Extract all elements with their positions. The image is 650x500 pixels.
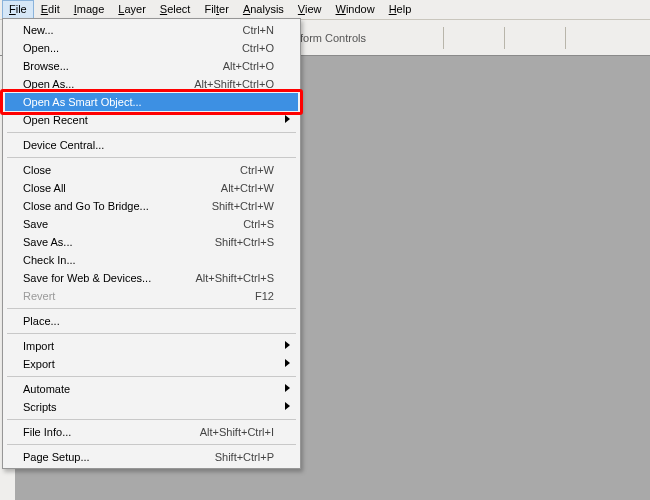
menu-item-shortcut: F12 xyxy=(255,290,274,302)
menu-item-place[interactable]: Place... xyxy=(5,312,298,330)
menu-separator xyxy=(7,444,296,445)
menu-item-label: Automate xyxy=(23,383,274,395)
options-label-fragment: form Controls xyxy=(300,32,366,44)
menu-item-label: Open... xyxy=(23,42,242,54)
menu-separator xyxy=(7,333,296,334)
menu-item-open-as[interactable]: Open As...Alt+Shift+Ctrl+O xyxy=(5,75,298,93)
menu-window[interactable]: Window xyxy=(329,0,382,19)
menu-item-scripts[interactable]: Scripts xyxy=(5,398,298,416)
menu-item-check-in[interactable]: Check In... xyxy=(5,251,298,269)
menubar: FileEditImageLayerSelectFilterAnalysisVi… xyxy=(0,0,650,20)
menu-file[interactable]: File xyxy=(2,0,34,20)
menu-item-label: Revert xyxy=(23,290,255,302)
menu-separator xyxy=(7,157,296,158)
menu-filter[interactable]: Filter xyxy=(197,0,235,19)
separator xyxy=(443,27,444,49)
separator xyxy=(565,27,566,49)
menu-separator xyxy=(7,419,296,420)
menu-item-export[interactable]: Export xyxy=(5,355,298,373)
separator xyxy=(504,27,505,49)
submenu-arrow-icon xyxy=(285,115,290,123)
menu-item-label: Page Setup... xyxy=(23,451,215,463)
menu-item-label: Place... xyxy=(23,315,274,327)
menu-item-shortcut: Alt+Shift+Ctrl+S xyxy=(195,272,274,284)
menu-select[interactable]: Select xyxy=(153,0,198,19)
menu-item-save-as[interactable]: Save As...Shift+Ctrl+S xyxy=(5,233,298,251)
menu-separator xyxy=(7,308,296,309)
menu-item-label: Save As... xyxy=(23,236,215,248)
menu-item-close-and-go-to-bridge[interactable]: Close and Go To Bridge...Shift+Ctrl+W xyxy=(5,197,298,215)
align-icon[interactable] xyxy=(598,28,618,48)
menu-item-label: Open As... xyxy=(23,78,194,90)
align-icon[interactable] xyxy=(476,28,496,48)
menu-item-shortcut: Ctrl+S xyxy=(243,218,274,230)
menu-separator xyxy=(7,132,296,133)
menu-item-shortcut: Shift+Ctrl+P xyxy=(215,451,274,463)
menu-item-label: New... xyxy=(23,24,243,36)
menu-item-page-setup[interactable]: Page Setup...Shift+Ctrl+P xyxy=(5,448,298,466)
align-icon[interactable] xyxy=(537,28,557,48)
menu-edit[interactable]: Edit xyxy=(34,0,67,19)
menu-item-label: File Info... xyxy=(23,426,200,438)
menu-item-shortcut: Ctrl+W xyxy=(240,164,274,176)
menu-view[interactable]: View xyxy=(291,0,329,19)
align-icon[interactable] xyxy=(415,28,435,48)
menu-item-label: Browse... xyxy=(23,60,223,72)
menu-item-label: Save xyxy=(23,218,243,230)
menu-item-shortcut: Shift+Ctrl+S xyxy=(215,236,274,248)
menu-item-open-as-smart-object[interactable]: Open As Smart Object... xyxy=(5,93,298,111)
menu-item-save[interactable]: SaveCtrl+S xyxy=(5,215,298,233)
menu-item-label: Close All xyxy=(23,182,221,194)
menu-help[interactable]: Help xyxy=(382,0,419,19)
menu-item-automate[interactable]: Automate xyxy=(5,380,298,398)
menu-item-label: Scripts xyxy=(23,401,274,413)
submenu-arrow-icon xyxy=(285,359,290,367)
submenu-arrow-icon xyxy=(285,341,290,349)
file-menu-dropdown: New...Ctrl+NOpen...Ctrl+OBrowse...Alt+Ct… xyxy=(2,18,301,469)
menu-item-label: Close and Go To Bridge... xyxy=(23,200,212,212)
menu-item-label: Save for Web & Devices... xyxy=(23,272,195,284)
menu-item-label: Open As Smart Object... xyxy=(23,96,274,108)
menu-item-label: Export xyxy=(23,358,274,370)
menu-item-close-all[interactable]: Close AllAlt+Ctrl+W xyxy=(5,179,298,197)
menu-item-import[interactable]: Import xyxy=(5,337,298,355)
menu-item-label: Open Recent xyxy=(23,114,274,126)
menu-item-revert: RevertF12 xyxy=(5,287,298,305)
menu-item-shortcut: Alt+Shift+Ctrl+O xyxy=(194,78,274,90)
menu-layer[interactable]: Layer xyxy=(111,0,153,19)
align-icon[interactable] xyxy=(391,28,411,48)
menu-item-open-recent[interactable]: Open Recent xyxy=(5,111,298,129)
menu-item-device-central[interactable]: Device Central... xyxy=(5,136,298,154)
menu-analysis[interactable]: Analysis xyxy=(236,0,291,19)
menu-separator xyxy=(7,376,296,377)
menu-item-label: Check In... xyxy=(23,254,274,266)
menu-item-label: Device Central... xyxy=(23,139,274,151)
menu-item-save-for-web-devices[interactable]: Save for Web & Devices...Alt+Shift+Ctrl+… xyxy=(5,269,298,287)
submenu-arrow-icon xyxy=(285,384,290,392)
menu-item-shortcut: Alt+Shift+Ctrl+I xyxy=(200,426,274,438)
menu-item-close[interactable]: CloseCtrl+W xyxy=(5,161,298,179)
align-icon[interactable] xyxy=(622,28,642,48)
menu-item-label: Close xyxy=(23,164,240,176)
menu-item-new[interactable]: New...Ctrl+N xyxy=(5,21,298,39)
align-icon[interactable] xyxy=(452,28,472,48)
align-icon[interactable] xyxy=(513,28,533,48)
menu-item-shortcut: Alt+Ctrl+W xyxy=(221,182,274,194)
menu-item-shortcut: Shift+Ctrl+W xyxy=(212,200,274,212)
menu-item-shortcut: Alt+Ctrl+O xyxy=(223,60,274,72)
menu-item-shortcut: Ctrl+O xyxy=(242,42,274,54)
align-icon[interactable] xyxy=(574,28,594,48)
menu-item-label: Import xyxy=(23,340,274,352)
menu-item-browse[interactable]: Browse...Alt+Ctrl+O xyxy=(5,57,298,75)
menu-item-shortcut: Ctrl+N xyxy=(243,24,274,36)
align-icons-group xyxy=(391,27,642,49)
menu-item-open[interactable]: Open...Ctrl+O xyxy=(5,39,298,57)
menu-image[interactable]: Image xyxy=(67,0,112,19)
menu-item-file-info[interactable]: File Info...Alt+Shift+Ctrl+I xyxy=(5,423,298,441)
submenu-arrow-icon xyxy=(285,402,290,410)
